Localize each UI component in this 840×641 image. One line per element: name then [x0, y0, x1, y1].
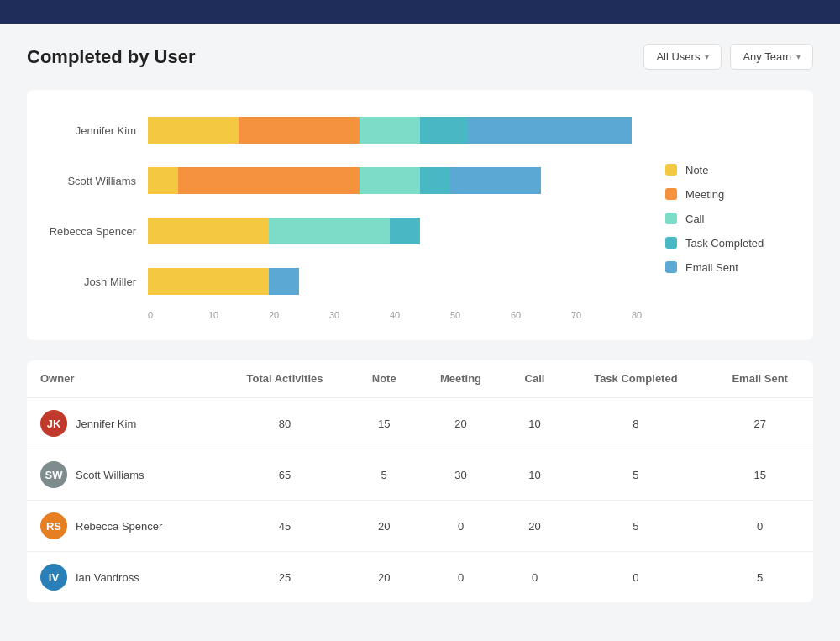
table-body: JK Jennifer Kim 80152010827 SW Scott Wil… [27, 397, 813, 602]
total-activities-cell: 25 [218, 552, 351, 603]
legend-item-meeting: Meeting [665, 188, 793, 201]
bar-segment-meeting [239, 117, 360, 144]
bar-rows: Jennifer KimScott WilliamsRebecca Spence… [47, 117, 632, 295]
table-row: JK Jennifer Kim 80152010827 [27, 397, 813, 449]
total-activities-cell: 80 [218, 397, 351, 449]
bar-segment-note [148, 117, 239, 144]
owner-cell: JK Jennifer Kim [27, 397, 218, 449]
note-count-cell: 20 [351, 552, 417, 603]
total-activities-cell: 45 [218, 501, 351, 552]
legend-label: Call [685, 213, 704, 225]
filter-controls: All Users ▾ Any Team ▾ [643, 44, 813, 70]
bar-row-label: Jennifer Kim [47, 124, 148, 137]
call-count-cell: 0 [505, 552, 565, 603]
table-header-row: OwnerTotal ActivitiesNoteMeetingCallTask… [27, 360, 813, 397]
owner-name-group: IV Ian Vandross [40, 564, 205, 591]
legend-color-swatch [665, 213, 677, 224]
owner-cell: SW Scott Williams [27, 449, 218, 501]
bar-row-label: Josh Miller [47, 276, 148, 288]
task-completed-count-cell: 8 [564, 397, 706, 449]
note-count-cell: 15 [351, 397, 417, 449]
email-sent-count-cell: 27 [706, 397, 813, 449]
bar-row: Josh Miller [47, 268, 632, 295]
owner-name: Scott Williams [76, 469, 144, 481]
bar-chart-wrapper: Jennifer KimScott WilliamsRebecca Spence… [47, 117, 632, 320]
bar-segment-note [148, 268, 269, 295]
call-count-cell: 20 [505, 501, 565, 552]
email-sent-count-cell: 5 [706, 552, 813, 603]
users-filter-button[interactable]: All Users ▾ [643, 44, 722, 70]
table-row: IV Ian Vandross 25200005 [27, 552, 813, 603]
call-count-cell: 10 [505, 397, 565, 449]
task-completed-count-cell: 0 [564, 552, 706, 603]
email-sent-count-cell: 0 [706, 501, 813, 552]
users-filter-chevron-icon: ▾ [705, 52, 709, 61]
owner-cell: RS Rebecca Spencer [27, 501, 218, 552]
legend-item-email-sent: Email Sent [665, 261, 793, 274]
team-filter-button[interactable]: Any Team ▾ [730, 44, 813, 70]
activity-table: OwnerTotal ActivitiesNoteMeetingCallTask… [27, 360, 813, 602]
table-header-cell: Owner [27, 360, 218, 397]
table-header-cell: Total Activities [218, 360, 351, 397]
chart-legend: NoteMeetingCallTask CompletedEmail Sent [659, 117, 793, 320]
top-navigation-bar [0, 0, 840, 24]
bar-chart: Jennifer KimScott WilliamsRebecca Spence… [47, 117, 632, 320]
legend-color-swatch [665, 261, 677, 273]
table-header-cell: Meeting [417, 360, 504, 397]
page-title: Completed by User [27, 46, 196, 68]
avatar: JK [40, 410, 67, 437]
owner-name-group: SW Scott Williams [40, 461, 205, 488]
legend-label: Note [685, 164, 708, 176]
note-count-cell: 5 [351, 449, 417, 501]
bar-segment-email_sent [469, 117, 632, 144]
owner-name-group: RS Rebecca Spencer [40, 512, 205, 539]
bar-segment-note [148, 218, 269, 244]
table-row: RS Rebecca Spencer 452002050 [27, 501, 813, 552]
owner-name: Ian Vandross [76, 571, 139, 584]
bar-segment-note [148, 167, 178, 194]
call-count-cell: 10 [505, 449, 565, 501]
email-sent-count-cell: 15 [706, 449, 813, 501]
legend-item-note: Note [665, 164, 793, 176]
bar-segment-call [360, 117, 420, 144]
bar-segment-call [269, 218, 390, 244]
total-activities-cell: 65 [218, 449, 351, 501]
team-filter-label: Any Team [743, 50, 791, 63]
meeting-count-cell: 0 [417, 552, 504, 603]
bar-row-label: Rebecca Spencer [47, 225, 148, 238]
bar-row: Jennifer Kim [47, 117, 632, 144]
note-count-cell: 20 [351, 501, 417, 552]
bar-row: Scott Williams [47, 167, 632, 194]
meeting-count-cell: 0 [417, 501, 504, 552]
avatar: IV [40, 564, 67, 591]
bar-segment-task_completed [420, 167, 450, 194]
bar-row: Rebecca Spencer [47, 218, 632, 244]
table-row: SW Scott Williams 6553010515 [27, 449, 813, 501]
legend-color-swatch [665, 237, 677, 249]
legend-item-call: Call [665, 213, 793, 225]
avatar: SW [40, 461, 67, 488]
bar-container [148, 167, 632, 194]
bar-segment-call [360, 167, 420, 194]
bar-segment-email_sent [269, 268, 299, 295]
bar-segment-email_sent [450, 167, 541, 194]
legend-color-swatch [665, 188, 677, 200]
avatar: RS [40, 512, 67, 539]
legend-label: Task Completed [685, 237, 764, 250]
task-completed-count-cell: 5 [564, 501, 706, 552]
bar-container [148, 117, 632, 144]
bar-container [148, 268, 632, 295]
bar-segment-task_completed [420, 117, 469, 144]
legend-label: Meeting [685, 188, 724, 201]
owner-cell: IV Ian Vandross [27, 552, 218, 603]
x-axis: 01020304050607080 [148, 305, 632, 320]
legend-color-swatch [665, 164, 677, 176]
meeting-count-cell: 30 [417, 449, 504, 501]
bar-container [148, 218, 632, 244]
task-completed-count-cell: 5 [564, 449, 706, 501]
table-header-cell: Task Completed [564, 360, 706, 397]
table-header-cell: Note [351, 360, 417, 397]
owner-name: Jennifer Kim [76, 418, 136, 430]
data-table-card: OwnerTotal ActivitiesNoteMeetingCallTask… [27, 360, 813, 602]
page-header: Completed by User All Users ▾ Any Team ▾ [27, 44, 813, 70]
